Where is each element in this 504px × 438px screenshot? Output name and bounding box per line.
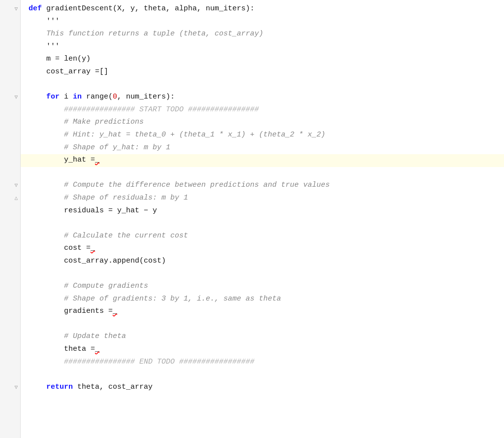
code-token: , num_iters):	[117, 91, 175, 103]
gutter-marker	[0, 268, 21, 280]
gutter-marker	[0, 79, 21, 92]
gutter-marker	[0, 369, 21, 381]
gutter-marker	[0, 53, 21, 66]
code-token: theta, cost_array	[77, 381, 153, 393]
code-line	[21, 369, 504, 381]
gutter-marker	[0, 343, 21, 356]
gutter-marker	[0, 205, 21, 218]
code-line: '''	[21, 41, 504, 54]
code-token: i	[64, 91, 73, 103]
gutter-marker	[0, 28, 21, 41]
code-token: This function returns a tuple (theta, co…	[29, 28, 263, 40]
gutter-marker	[0, 230, 21, 243]
code-token: gradientDescent(X, y, theta, alpha, num_…	[46, 3, 254, 15]
code-token: m = len(y)	[29, 53, 91, 65]
code-token: '''	[29, 41, 60, 53]
gutter-marker	[0, 41, 21, 54]
gutter-marker: △	[0, 192, 21, 205]
gutter-marker	[0, 66, 21, 79]
gutter-marker	[0, 129, 21, 142]
code-line	[21, 167, 504, 180]
fold-icon[interactable]: ▽	[14, 93, 18, 102]
code-line: # Compute the difference between predict…	[21, 179, 504, 192]
gutter-marker	[0, 293, 21, 306]
editor-container: ▽▽▽△▽ def gradientDescent(X, y, theta, a…	[0, 0, 504, 438]
gutter-marker	[0, 356, 21, 369]
code-line: # Shape of gradients: 3 by 1, i.e., same…	[21, 293, 504, 306]
code-line: '''	[21, 16, 504, 29]
gutter-marker: ▽	[0, 179, 21, 192]
code-token: y_hat =	[29, 154, 95, 166]
code-line: # Calculate the current cost	[21, 230, 504, 243]
gutter-marker	[0, 116, 21, 129]
code-line	[21, 268, 504, 280]
code-line: cost_array =[]	[21, 66, 504, 79]
code-token: # Hint: y_hat = theta_0 + (theta_1 * x_1…	[29, 129, 325, 141]
code-token: residuals = y_hat − y	[29, 205, 157, 217]
code-line: gradients =_	[21, 305, 504, 318]
code-token: cost_array =[]	[29, 66, 108, 78]
code-line: def gradientDescent(X, y, theta, alpha, …	[21, 3, 504, 16]
gutter-marker	[0, 217, 21, 230]
gutter-marker	[0, 280, 21, 293]
code-line: # Update theta	[21, 331, 504, 343]
gutter-marker: ▽	[0, 91, 21, 104]
code-line	[21, 217, 504, 230]
code-line	[21, 79, 504, 92]
gutter-marker: ▽	[0, 3, 21, 16]
fold-icon[interactable]: △	[14, 194, 18, 203]
code-token: for	[29, 91, 64, 103]
code-token: # Shape of gradients: 3 by 1, i.e., same…	[29, 293, 281, 305]
code-line: ################ END TODO ##############…	[21, 356, 504, 369]
gutter-marker	[0, 154, 21, 167]
code-token: cost_array.append(cost)	[29, 255, 166, 267]
code-token: return	[29, 381, 77, 393]
code-line: ################ START TODO ############…	[21, 104, 504, 117]
fold-icon[interactable]: ▽	[14, 383, 18, 392]
code-token: # Shape of residuals: m by 1	[29, 192, 188, 204]
code-line: # Make predictions	[21, 116, 504, 129]
code-line: y_hat =_	[21, 154, 504, 167]
code-token: # Shape of y_hat: m by 1	[29, 142, 170, 154]
squiggle-text: _	[95, 154, 99, 166]
code-token: ################ START TODO ############…	[29, 104, 259, 116]
gutter-marker	[0, 318, 21, 331]
code-line: for i in range(0, num_iters):	[21, 91, 504, 104]
code-line: # Shape of y_hat: m by 1	[21, 142, 504, 155]
code-token: '''	[29, 16, 60, 28]
code-line: m = len(y)	[21, 53, 504, 66]
code-line: return theta, cost_array	[21, 381, 504, 394]
code-token: # Calculate the current cost	[29, 230, 188, 242]
code-line: residuals = y_hat − y	[21, 205, 504, 218]
gutter-marker	[0, 16, 21, 29]
code-token: # Update theta	[29, 331, 126, 342]
fold-icon[interactable]: ▽	[14, 5, 18, 14]
gutter-marker: ▽	[0, 381, 21, 394]
code-token: def	[29, 3, 46, 15]
gutter-marker	[0, 142, 21, 155]
code-line: cost =_	[21, 242, 504, 255]
code-line: # Compute gradients	[21, 280, 504, 293]
code-token: 0	[113, 91, 117, 103]
code-line: This function returns a tuple (theta, co…	[21, 28, 504, 41]
code-token: # Compute the difference between predict…	[29, 179, 330, 191]
code-token: theta =	[29, 343, 95, 355]
gutter-marker	[0, 167, 21, 180]
code-token: ################ END TODO ##############…	[29, 356, 254, 368]
code-token: cost =	[29, 242, 91, 254]
code-line: # Shape of residuals: m by 1	[21, 192, 504, 205]
gutter-marker	[0, 305, 21, 318]
gutter-marker	[0, 331, 21, 343]
squiggle-text: _	[91, 242, 95, 254]
squiggle-text: _	[95, 343, 99, 355]
code-line: theta =_	[21, 343, 504, 356]
code-line	[21, 318, 504, 331]
gutter-marker	[0, 104, 21, 117]
gutter-marker	[0, 255, 21, 268]
gutter: ▽▽▽△▽	[0, 0, 21, 438]
gutter-marker	[0, 242, 21, 255]
squiggle-text: _	[113, 305, 117, 317]
code-token: # Compute gradients	[29, 280, 148, 292]
fold-icon[interactable]: ▽	[14, 181, 18, 190]
code-token: # Make predictions	[29, 116, 144, 128]
